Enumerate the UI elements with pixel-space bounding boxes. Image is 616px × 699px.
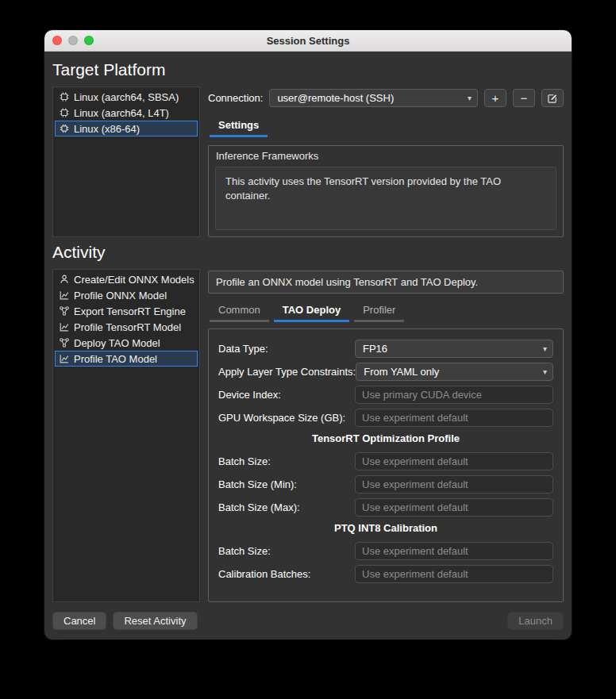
gpu-workspace-size-input[interactable] [355, 409, 553, 427]
calibration-batches-label: Calibration Batches: [218, 568, 355, 580]
layer-constraints-label: Apply Layer Type Constraints: [218, 366, 356, 378]
cancel-button[interactable]: Cancel [52, 612, 106, 630]
tab-tao-deploy[interactable]: TAO Deploy [274, 301, 349, 322]
activity-item-label: Export TensorRT Engine [74, 305, 186, 317]
activity-item-label: Profile TAO Model [74, 353, 157, 365]
caret-down-icon: ▾ [468, 94, 472, 102]
platform-item-linux-x86-64[interactable]: Linux (x86-64) [55, 121, 198, 136]
inference-frameworks-group: Inference Frameworks This activity uses … [208, 145, 564, 237]
molecule-icon [59, 305, 70, 317]
tao-deploy-form: Data Type: FP16 ▾ Apply Layer Type Const… [208, 328, 564, 602]
person-icon [59, 274, 70, 285]
platform-tabbar: Settings [208, 117, 564, 137]
ptq-int8-calibration-header: PTQ INT8 Calibration [218, 522, 553, 534]
activity-item-profile-tensorrt-model[interactable]: Profile TensorRT Model [55, 319, 198, 335]
footer: Cancel Reset Activity Launch [52, 612, 564, 630]
batch-size-max-label: Batch Size (Max): [218, 501, 355, 513]
minimize-button[interactable] [68, 36, 78, 45]
group-title: Inference Frameworks [216, 150, 556, 162]
platform-item-label: Linux (x86-64) [74, 123, 140, 135]
caret-down-icon: ▾ [543, 367, 547, 376]
activity-item-label: Profile ONNX Model [74, 290, 167, 301]
platform-item-label: Linux (aarch64, SBSA) [74, 91, 179, 103]
minus-icon: − [521, 92, 528, 104]
activity-list: Create/Edit ONNX Models Profile ONNX Mod… [52, 269, 200, 602]
session-settings-window: Session Settings Target Platform Linux (… [44, 30, 572, 639]
connection-select[interactable]: user@remote-host (SSH) ▾ [269, 89, 478, 107]
chip-icon [59, 123, 70, 134]
chart-icon [59, 321, 70, 332]
activity-item-label: Profile TensorRT Model [74, 321, 181, 333]
connection-label: Connection: [208, 92, 263, 104]
plus-icon: + [492, 92, 499, 104]
platform-item-linux-aarch64-sbsa[interactable]: Linux (aarch64, SBSA) [55, 89, 198, 105]
tab-settings[interactable]: Settings [210, 117, 268, 137]
activity-description: Profile an ONNX model using TensorRT and… [208, 271, 564, 294]
layer-constraints-select[interactable]: From YAML only ▾ [356, 363, 553, 381]
calibration-batches-input[interactable] [355, 565, 553, 583]
connection-value: user@remote-host (SSH) [277, 92, 394, 104]
data-type-value: FP16 [363, 343, 387, 355]
device-index-label: Device Index: [218, 389, 355, 401]
batch-size-max-input[interactable] [355, 498, 553, 517]
launch-button[interactable]: Launch [507, 612, 564, 630]
group-text: This activity uses the TensorRT version … [225, 175, 501, 202]
platform-list: Linux (aarch64, SBSA) Linux (aarch64, L4… [52, 86, 200, 237]
batch-size-min-input[interactable] [355, 475, 553, 494]
activity-item-label: Deploy TAO Model [74, 337, 160, 349]
platform-item-label: Linux (aarch64, L4T) [74, 107, 169, 119]
tab-common[interactable]: Common [210, 301, 269, 322]
window-content: Target Platform Linux (aarch64, SBSA) Li… [44, 52, 572, 639]
molecule-icon [59, 337, 70, 348]
chart-icon [59, 353, 70, 364]
connection-row: Connection: user@remote-host (SSH) ▾ + − [208, 89, 564, 107]
activity-tabbar: Common TAO Deploy Profiler [208, 301, 564, 322]
group-text-panel: This activity uses the TensorRT version … [215, 167, 556, 230]
batch-size-label: Batch Size: [218, 455, 355, 467]
activity-item-export-tensorrt-engine[interactable]: Export TensorRT Engine [55, 303, 198, 319]
chip-icon [59, 91, 70, 102]
platform-item-linux-aarch64-l4t[interactable]: Linux (aarch64, L4T) [55, 105, 198, 121]
chip-icon [59, 107, 70, 118]
add-connection-button[interactable]: + [484, 89, 506, 107]
batch-size-input[interactable] [355, 452, 553, 470]
remove-connection-button[interactable]: − [513, 89, 535, 107]
titlebar: Session Settings [44, 30, 572, 52]
activity-item-profile-tao-model[interactable]: Profile TAO Model [55, 351, 198, 367]
batch-size-min-label: Batch Size (Min): [218, 478, 355, 490]
reset-activity-button[interactable]: Reset Activity [113, 612, 197, 630]
caret-down-icon: ▾ [543, 344, 547, 353]
ptq-batch-size-label: Batch Size: [218, 545, 355, 557]
chart-icon [59, 290, 70, 301]
edit-connection-button[interactable] [541, 89, 564, 107]
close-button[interactable] [52, 36, 62, 45]
data-type-select[interactable]: FP16 ▾ [355, 340, 553, 358]
traffic-lights [52, 30, 94, 51]
activity-item-profile-onnx-model[interactable]: Profile ONNX Model [55, 287, 198, 303]
activity-item-label: Create/Edit ONNX Models [74, 274, 194, 286]
target-platform-heading: Target Platform [52, 60, 564, 79]
gpu-workspace-size-label: GPU Workspace Size (GB): [218, 412, 355, 424]
data-type-label: Data Type: [218, 343, 355, 355]
tab-profiler[interactable]: Profiler [354, 301, 404, 322]
layer-constraints-value: From YAML only [364, 366, 439, 378]
tensorrt-optimization-profile-header: TensorRT Optimization Profile [218, 432, 553, 444]
activity-item-create-edit-onnx-models[interactable]: Create/Edit ONNX Models [55, 271, 198, 287]
zoom-button[interactable] [84, 36, 94, 45]
ptq-batch-size-input[interactable] [355, 542, 553, 560]
activity-item-deploy-tao-model[interactable]: Deploy TAO Model [55, 335, 198, 351]
edit-icon [547, 93, 558, 104]
device-index-input[interactable] [355, 386, 553, 404]
activity-heading: Activity [52, 243, 564, 262]
window-title: Session Settings [44, 30, 572, 52]
